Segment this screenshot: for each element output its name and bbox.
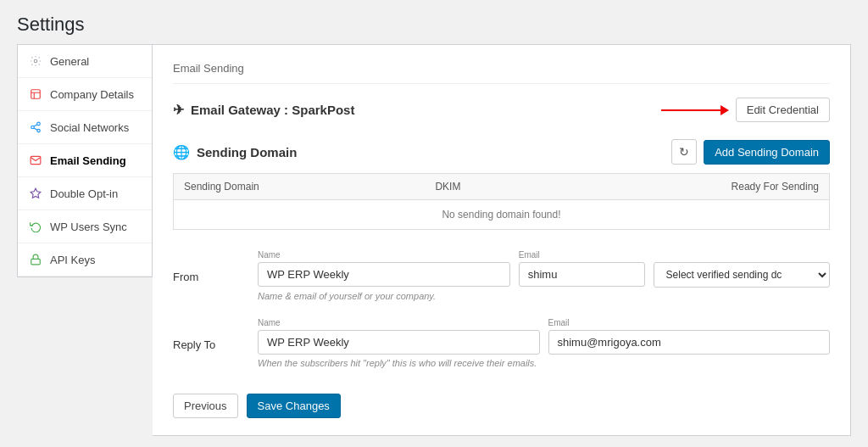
section-header: Email Sending [173, 62, 830, 84]
reply-hint: When the subscribers hit "reply" this is… [258, 358, 830, 368]
from-email-label: Email [519, 250, 645, 260]
sidebar-item-label-email-sending: Email Sending [50, 154, 126, 167]
from-fields: Name Email Select verified sending dc Na… [258, 250, 830, 301]
red-arrow-icon [661, 104, 729, 116]
paper-plane-icon: ✈ [173, 102, 184, 118]
from-section: From Name Email Select verified sending … [173, 250, 830, 301]
svg-line-5 [34, 128, 37, 130]
reply-to-section: Reply To Name Email When the subscribers… [173, 318, 830, 368]
sidebar-item-social-networks[interactable]: Social Networks [18, 111, 152, 144]
svg-point-2 [37, 122, 41, 126]
reply-email-label: Email [548, 318, 831, 327]
sidebar: GeneralCompany DetailsSocial NetworksEma… [17, 44, 153, 436]
from-domain-select[interactable]: Select verified sending dc [654, 262, 830, 288]
double-opt-in-icon [28, 186, 43, 201]
svg-point-4 [37, 129, 41, 132]
save-changes-button[interactable]: Save Changes [247, 394, 341, 418]
company-details-icon [28, 87, 43, 102]
reply-to-fields: Name Email When the subscribers hit "rep… [258, 318, 830, 368]
sidebar-item-label-social-networks: Social Networks [50, 121, 129, 134]
sidebar-item-label-general: General [50, 55, 89, 68]
svg-line-6 [34, 125, 37, 126]
from-domain-select-wrap: Select verified sending dc [654, 250, 830, 288]
col-sending-domain: Sending Domain [174, 174, 426, 200]
table-row-empty: No sending domain found! [174, 200, 830, 230]
wp-users-sync-icon [28, 219, 43, 234]
reply-name-wrap: Name [258, 318, 540, 355]
sidebar-item-label-wp-users-sync: WP Users Sync [50, 221, 127, 233]
sidebar-item-label-double-opt-in: Double Opt-in [50, 187, 118, 200]
page-title: Settings [0, 0, 868, 44]
sidebar-item-api-keys[interactable]: API Keys [18, 243, 152, 277]
from-name-wrap: Name [258, 250, 510, 288]
svg-point-0 [34, 59, 37, 63]
reply-name-label: Name [258, 318, 540, 327]
main-content: Email Sending ✈ Email Gateway : SparkPos… [153, 44, 851, 436]
gateway-row: ✈ Email Gateway : SparkPost Edit Credent… [173, 98, 830, 122]
from-name-label: Name [258, 250, 510, 260]
col-dkim: DKIM [425, 174, 545, 200]
sidebar-item-email-sending[interactable]: Email Sending [18, 144, 152, 177]
sending-domain-title: 🌐 Sending Domain [173, 144, 297, 160]
reply-email-input[interactable] [548, 330, 831, 355]
footer-buttons: Previous Save Changes [173, 385, 830, 418]
sidebar-item-wp-users-sync[interactable]: WP Users Sync [18, 210, 152, 243]
sending-domain-section: 🌐 Sending Domain ↻ Add Sending Domain Se… [173, 139, 830, 230]
email-sending-icon [28, 153, 43, 168]
api-keys-icon [28, 252, 43, 267]
gateway-title: ✈ Email Gateway : SparkPost [173, 102, 354, 118]
globe-icon: 🌐 [173, 144, 190, 160]
sidebar-item-label-api-keys: API Keys [50, 254, 95, 266]
sidebar-item-general[interactable]: General [18, 45, 152, 78]
reply-to-label: Reply To [173, 318, 241, 351]
from-email-wrap: Email [519, 250, 645, 288]
domain-actions: ↻ Add Sending Domain [671, 139, 830, 165]
sidebar-item-double-opt-in[interactable]: Double Opt-in [18, 177, 152, 210]
from-hint: Name & email of yourself or your company… [258, 291, 830, 301]
svg-marker-7 [31, 188, 41, 198]
edit-credential-button[interactable]: Edit Credential [736, 98, 830, 122]
sending-domain-title-text: Sending Domain [197, 145, 297, 159]
svg-rect-8 [31, 259, 41, 264]
sidebar-item-label-company-details: Company Details [50, 88, 134, 101]
svg-rect-1 [31, 90, 41, 99]
reply-name-input[interactable] [258, 330, 540, 355]
reply-email-wrap: Email [548, 318, 831, 355]
from-label: From [173, 250, 241, 283]
sidebar-item-company-details[interactable]: Company Details [18, 78, 152, 111]
domain-table: Sending Domain DKIM Ready For Sending No… [173, 173, 830, 230]
svg-point-3 [31, 126, 35, 129]
empty-message: No sending domain found! [174, 200, 830, 230]
add-sending-domain-button[interactable]: Add Sending Domain [704, 140, 830, 165]
col-ready: Ready For Sending [545, 174, 829, 200]
general-icon [28, 53, 43, 69]
from-name-input[interactable] [258, 262, 510, 287]
sending-domain-header: 🌐 Sending Domain ↻ Add Sending Domain [173, 139, 830, 165]
from-email-input[interactable] [519, 262, 645, 287]
refresh-button[interactable]: ↻ [671, 139, 697, 165]
arrow-container: Edit Credential [661, 98, 830, 122]
social-networks-icon [28, 120, 43, 135]
previous-button[interactable]: Previous [173, 394, 238, 418]
gateway-title-text: Email Gateway : SparkPost [191, 103, 354, 117]
